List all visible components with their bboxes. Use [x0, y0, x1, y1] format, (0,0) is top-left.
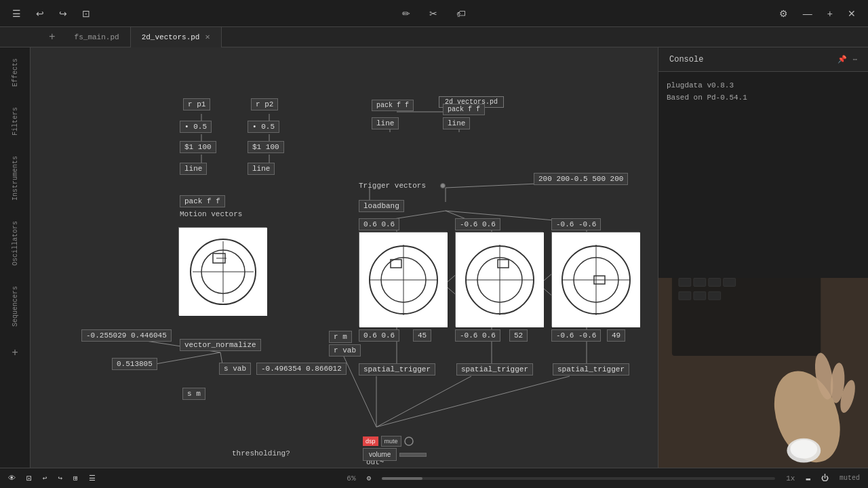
svg-rect-60 — [672, 278, 821, 356]
svg-rect-62 — [694, 278, 706, 286]
settings-button[interactable]: ⚙ — [775, 5, 792, 22]
sidebar-item-oscillators[interactable]: Oscillators — [12, 217, 19, 270]
node-spatial-trigger-1[interactable]: spatial_trigger — [359, 363, 435, 375]
close-button[interactable]: ✕ — [844, 5, 860, 22]
node-line-1[interactable]: line — [372, 117, 399, 129]
sidebar-item-instruments[interactable]: Instruments — [12, 152, 19, 205]
grid-icon[interactable]: ⊞ — [73, 474, 78, 483]
add-tab-button[interactable]: + — [41, 31, 64, 43]
node-val-45[interactable]: 45 — [413, 329, 431, 342]
canvas-area[interactable]: pack f f line 2d_vectors.pd pack f f lin… — [31, 47, 658, 468]
tab-fs-main[interactable]: fs_main.pd — [64, 27, 131, 47]
node-val-05-2[interactable]: • 0.5 — [248, 121, 279, 133]
trigger-vectors-connector[interactable] — [440, 183, 446, 188]
power-icon[interactable]: ⏻ — [821, 474, 829, 483]
tab-2d-vectors-label: 2d_vectors.pd — [142, 33, 200, 41]
dsp-button[interactable]: dsp — [363, 436, 378, 446]
video-svg — [658, 278, 868, 468]
undo-button[interactable]: ↩ — [32, 5, 48, 22]
top-toolbar: ☰ ↩ ↪ ⊡ ✏ ✂ 🏷 ⚙ — + ✕ — [0, 0, 868, 27]
node-loadbang[interactable]: loadbang — [359, 200, 404, 212]
circle-vis-2 — [455, 232, 543, 327]
pin-icon[interactable]: 📌 — [837, 55, 847, 64]
node-spatial-trigger-2[interactable]: spatial_trigger — [456, 363, 533, 375]
object-button[interactable]: ⊡ — [78, 5, 94, 22]
node-pack-ff-3[interactable]: pack f f — [180, 195, 225, 207]
svg-rect-67 — [709, 291, 721, 300]
scroll-bar[interactable] — [382, 477, 775, 480]
scissors-button[interactable]: ✂ — [425, 5, 441, 22]
node-val-n06-06-out2[interactable]: -0.6 0.6 — [455, 329, 500, 342]
node-pack-ff-2[interactable]: pack f f — [443, 104, 485, 115]
node-s-vab[interactable]: s vab — [219, 363, 251, 375]
muted-label: muted — [840, 474, 860, 482]
menu-button[interactable]: ☰ — [8, 5, 25, 22]
node-pack-ff-1[interactable]: pack f f — [372, 100, 414, 111]
node-val-513[interactable]: 0.513805 — [112, 358, 157, 370]
node-spatial-trigger-3[interactable]: spatial_trigger — [553, 363, 629, 375]
svg-rect-65 — [679, 291, 691, 300]
sidebar-add-button[interactable]: + — [12, 343, 18, 363]
node-s1-100-1[interactable]: $1 100 — [180, 141, 216, 153]
minimize-button[interactable]: — — [799, 5, 816, 22]
bag-button[interactable]: 🏷 — [452, 5, 470, 22]
node-r-p2[interactable]: r p2 — [251, 98, 278, 110]
console-line-1: plugdata v0.8.3 — [667, 80, 860, 92]
sidebar-item-effects[interactable]: Effects — [12, 54, 19, 91]
volume-section: dsp mute volume — [363, 436, 427, 461]
node-val-vab[interactable]: -0.496354 0.866012 — [256, 363, 347, 375]
node-line-3[interactable]: line — [180, 163, 207, 175]
list-icon[interactable]: ☰ — [89, 474, 96, 483]
sidebar-item-sequencers[interactable]: Sequencers — [12, 282, 19, 331]
console-title-label: Console — [669, 55, 703, 64]
svg-line-31 — [340, 348, 376, 427]
node-val-n06-n06-out3[interactable]: -0.6 -0.6 — [551, 329, 601, 342]
scroll-thumb[interactable] — [382, 477, 422, 480]
node-line-4[interactable]: line — [248, 163, 275, 175]
node-motion-vectors-label: Motion vectors — [180, 210, 242, 218]
node-val-200[interactable]: 200 200-0.5 500 200 — [534, 173, 628, 185]
undo-icon-bottom[interactable]: ↩ — [43, 474, 47, 483]
node-val-n06-n06[interactable]: -0.6 -0.6 — [551, 218, 601, 230]
pencil-button[interactable]: ✏ — [398, 5, 414, 22]
node-r-m[interactable]: r m — [329, 331, 352, 343]
console-more-icon[interactable]: ⋯ — [852, 55, 857, 64]
maximize-button[interactable]: + — [823, 5, 837, 22]
node-vector-normalize[interactable]: vector_normalize — [180, 339, 261, 351]
node-val-52[interactable]: 52 — [509, 329, 528, 342]
node-r-vab[interactable]: r vab — [329, 344, 361, 357]
redo-button[interactable]: ↪ — [55, 5, 71, 22]
console-header: Console 📌 ⋯ — [658, 47, 868, 72]
tab-close-icon[interactable]: ✕ — [205, 32, 210, 42]
node-r-p1[interactable]: r p1 — [183, 98, 210, 110]
node-line-2[interactable]: line — [443, 117, 470, 129]
left-sidebar: Effects Filters Instruments Oscillators … — [0, 47, 31, 468]
settings-icon-bottom[interactable]: ⚙ — [367, 474, 372, 483]
redo-icon-bottom[interactable]: ↪ — [58, 474, 62, 483]
volume-button[interactable]: volume — [363, 448, 397, 461]
sidebar-item-filters[interactable]: Filters — [12, 103, 19, 140]
svg-point-58 — [405, 437, 413, 445]
toolbar-center: ✏ ✂ 🏷 — [398, 5, 470, 22]
node-val-06-06-out1[interactable]: 0.6 0.6 — [359, 329, 399, 342]
svg-rect-63 — [709, 278, 721, 286]
speaker-icon — [404, 436, 414, 446]
toolbar-right: ⚙ — + ✕ — [775, 5, 860, 22]
bar-icon[interactable]: ▬ — [806, 474, 810, 483]
mute-button[interactable]: mute — [381, 436, 401, 447]
node-val-06-06-1[interactable]: 0.6 0.6 — [359, 218, 399, 230]
toolbar-left: ☰ ↩ ↪ ⊡ — [8, 5, 94, 22]
node-s1-100-2[interactable]: $1 100 — [248, 141, 284, 153]
node-s-m[interactable]: s m — [182, 388, 205, 400]
tab-2d-vectors[interactable]: 2d_vectors.pd ✕ — [131, 27, 222, 47]
fit-icon[interactable]: ⊡ — [26, 473, 32, 484]
volume-slider[interactable] — [399, 453, 427, 457]
node-val-normalize[interactable]: -0.255029 0.446045 — [81, 329, 172, 342]
node-val-05-1[interactable]: • 0.5 — [180, 121, 212, 133]
node-val-49[interactable]: 49 — [607, 329, 625, 342]
tab-fs-main-label: fs_main.pd — [75, 33, 119, 41]
svg-point-73 — [790, 440, 817, 459]
eye-icon[interactable]: 👁 — [8, 474, 16, 483]
volume-control: dsp mute — [363, 436, 427, 447]
node-val-n06-06[interactable]: -0.6 0.6 — [455, 218, 500, 230]
